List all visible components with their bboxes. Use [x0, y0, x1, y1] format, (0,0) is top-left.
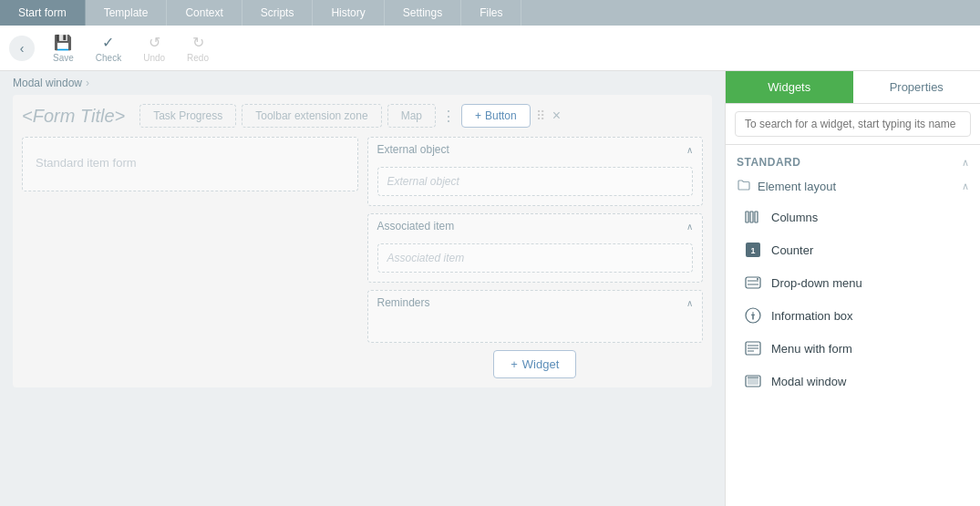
svg-rect-0: [746, 212, 748, 222]
more-tabs-icon[interactable]: ⋮: [441, 108, 456, 125]
tab-settings[interactable]: Settings: [385, 0, 461, 26]
form-title: <Form Title>: [22, 106, 125, 127]
information-box-icon: [744, 306, 762, 325]
svg-point-11: [752, 312, 754, 314]
dropdown-menu-icon: [744, 274, 762, 292]
breadcrumb-modal-window[interactable]: Modal window: [13, 77, 82, 89]
modal-window-label: Modal window: [771, 375, 846, 388]
check-label: Check: [96, 53, 121, 63]
undo-icon: ↺: [149, 34, 160, 51]
redo-action[interactable]: ↻ Redo: [178, 30, 218, 67]
form-canvas: <Form Title> Task Progress Toolbar exten…: [13, 95, 712, 387]
associated-item-body: Associated item: [368, 238, 703, 282]
external-object-section: External object ∧ External object: [367, 137, 704, 206]
add-button[interactable]: + Button: [461, 104, 531, 128]
folder-icon: [737, 178, 751, 195]
plus-icon: +: [475, 109, 481, 122]
tab-widgets[interactable]: Widgets: [726, 71, 853, 103]
svg-rect-17: [748, 377, 758, 385]
list-item[interactable]: Columns: [726, 201, 980, 233]
external-object-body: External object: [368, 161, 703, 205]
search-box: [726, 104, 980, 145]
form-tab-task-progress[interactable]: Task Progress: [139, 104, 236, 128]
information-box-label: Information box: [771, 309, 853, 323]
panel-tabs: Widgets Properties: [726, 71, 980, 104]
list-item[interactable]: 1 Counter: [726, 233, 980, 266]
add-widget-button[interactable]: + Widget: [493, 350, 576, 378]
reminders-label: Reminders: [377, 296, 430, 309]
toolbar: ‹ 💾 Save ✓ Check ↺ Undo ↻ Redo: [0, 26, 980, 71]
top-nav: Start form Template Context Scripts Hist…: [0, 0, 980, 26]
form-right-panel: External object ∧ External object Associ…: [367, 137, 704, 378]
svg-rect-2: [755, 212, 758, 222]
tab-scripts[interactable]: Scripts: [242, 0, 314, 26]
tab-template[interactable]: Template: [86, 0, 168, 26]
save-action[interactable]: 💾 Save: [44, 30, 83, 67]
standard-item-label: Standard item form: [36, 156, 137, 170]
external-object-header[interactable]: External object ∧: [368, 138, 703, 161]
element-layout-chevron: ∧: [962, 181, 969, 192]
tab-files[interactable]: Files: [461, 0, 521, 26]
counter-icon: 1: [744, 241, 762, 259]
form-header: <Form Title> Task Progress Toolbar exten…: [22, 104, 703, 128]
main-area: Modal window › <Form Title> Task Progres…: [0, 71, 980, 506]
associated-item-header[interactable]: Associated item ∧: [368, 214, 703, 238]
menu-with-form-label: Menu with form: [771, 342, 852, 356]
tab-properties[interactable]: Properties: [853, 71, 981, 103]
redo-icon: ↻: [192, 34, 204, 51]
save-label: Save: [53, 53, 74, 63]
breadcrumb-separator: ›: [86, 77, 89, 89]
widget-tree: STANDARD ∧ Element layout ∧: [726, 145, 980, 506]
columns-icon: [744, 208, 762, 226]
standard-section-chevron[interactable]: ∧: [962, 157, 969, 169]
search-input[interactable]: [735, 111, 971, 137]
reminders-body: [368, 315, 703, 342]
svg-point-8: [757, 278, 758, 280]
associated-item-label: Associated item: [377, 220, 455, 232]
save-icon: 💾: [54, 34, 72, 51]
add-widget-label: Widget: [522, 357, 559, 371]
form-tab-toolbar-extension[interactable]: Toolbar extension zone: [242, 104, 381, 128]
menu-with-form-icon: [744, 339, 762, 357]
list-item[interactable]: Modal window: [726, 365, 980, 398]
form-body: Standard item form External object ∧ Ext…: [22, 137, 703, 378]
list-item[interactable]: Information box: [726, 299, 980, 332]
columns-label: Columns: [771, 211, 818, 224]
add-widget-plus-icon: +: [511, 357, 518, 371]
reminders-header[interactable]: Reminders ∧: [368, 291, 703, 315]
associated-item-field: Associated item: [377, 243, 694, 273]
list-item[interactable]: Menu with form: [726, 332, 980, 365]
back-button[interactable]: ‹: [9, 36, 35, 61]
reminders-section: Reminders ∧: [367, 290, 704, 343]
button-label: Button: [485, 109, 517, 122]
undo-label: Undo: [143, 53, 165, 63]
tab-history[interactable]: History: [313, 0, 384, 26]
dropdown-menu-label: Drop-down menu: [771, 276, 862, 290]
associated-item-section: Associated item ∧ Associated item: [367, 213, 704, 283]
standard-section-header: STANDARD ∧: [726, 149, 980, 172]
right-panel: Widgets Properties STANDARD ∧ E: [725, 71, 980, 506]
element-layout-label: Element layout: [758, 180, 836, 193]
form-tab-map[interactable]: Map: [387, 104, 436, 128]
svg-text:1: 1: [750, 246, 755, 255]
redo-label: Redo: [187, 53, 209, 63]
standard-section-label: STANDARD: [737, 156, 800, 169]
counter-label: Counter: [771, 243, 813, 257]
modal-window-icon: [744, 372, 762, 390]
external-object-chevron: ∧: [686, 145, 693, 155]
external-object-field: External object: [377, 167, 694, 196]
drag-handle-icon[interactable]: ⠿: [536, 108, 545, 123]
tab-start-form[interactable]: Start form: [0, 0, 86, 26]
canvas-area: Modal window › <Form Title> Task Progres…: [0, 71, 725, 506]
element-layout-folder[interactable]: Element layout ∧: [726, 172, 980, 201]
check-action[interactable]: ✓ Check: [87, 30, 130, 67]
svg-rect-1: [750, 212, 753, 222]
standard-item-form: Standard item form: [22, 137, 358, 191]
external-object-label: External object: [377, 143, 449, 156]
tab-context[interactable]: Context: [167, 0, 242, 26]
close-icon[interactable]: ×: [552, 108, 561, 124]
breadcrumb: Modal window ›: [0, 71, 725, 95]
check-icon: ✓: [102, 34, 114, 51]
undo-action[interactable]: ↺ Undo: [134, 30, 174, 67]
list-item[interactable]: Drop-down menu: [726, 266, 980, 299]
